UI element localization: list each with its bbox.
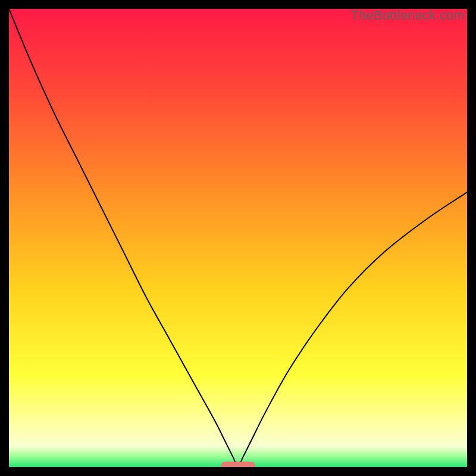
watermark-text: TheBottleneck.com (350, 8, 465, 23)
chart-frame: TheBottleneck.com (0, 0, 476, 476)
chart-background (9, 9, 467, 467)
valley-marker (221, 462, 255, 467)
chart-svg (9, 9, 467, 467)
